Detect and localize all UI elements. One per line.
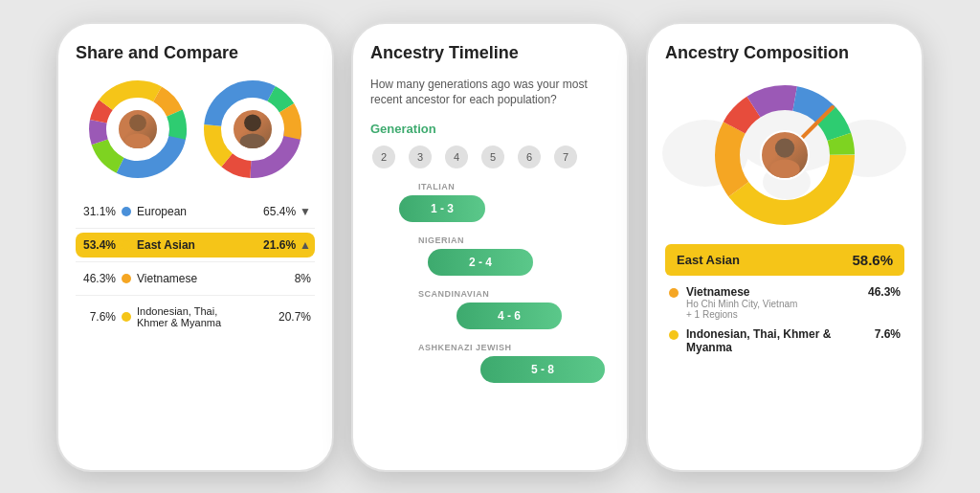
italian-label: ITALIAN [370, 182, 610, 191]
comp-pct2-vietnamese: 8% [277, 272, 311, 285]
svg-point-7 [129, 114, 146, 131]
phone3-title: Ancestry Composition [665, 43, 904, 63]
comp3-info-vietnamese: Vietnamese Ho Chi Minh City, Vietnam+ 1 … [686, 285, 868, 320]
gen-num-6[interactable]: 6 [518, 146, 541, 168]
east-asian-pct: 58.6% [852, 252, 893, 268]
comp-row-european: 31.1% European 65.4% ▼ [76, 199, 315, 224]
ashkenazi-bar-row: 5 - 8 [370, 356, 610, 383]
donut1 [85, 77, 190, 182]
comp-pct1-vietnamese: 46.3% [79, 272, 116, 285]
italian-bar: 1 - 3 [399, 195, 485, 222]
nigerian-bar-row: 2 - 4 [370, 249, 610, 276]
comp3-pct-indonesian: 7.6% [875, 327, 901, 341]
east-asian-bar: East Asian 58.6% [665, 244, 904, 276]
avatar1 [117, 108, 159, 150]
comp3-name-indonesian: Indonesian, Thai, Khmer &Myanma [686, 327, 875, 354]
generation-label: Generation [370, 122, 610, 136]
nigerian-label: NIGERIAN [370, 235, 610, 245]
avatar3 [760, 130, 810, 180]
scandinavian-bar: 4 - 6 [457, 303, 562, 329]
comp3-sub-vietnamese: Ho Chi Minh City, Vietnam+ 1 Regions [686, 299, 868, 320]
svg-point-8 [125, 133, 151, 150]
comp-label-vietnamese: Vietnamese [137, 272, 277, 285]
comp-pct1-indonesian: 7.6% [79, 310, 116, 324]
comp-dot-eastasian [122, 240, 131, 250]
comp3-name-vietnamese: Vietnamese [686, 285, 868, 299]
nigerian-bar: 2 - 4 [428, 249, 533, 276]
ashkenazi-bar: 5 - 8 [480, 356, 605, 383]
donut2 [200, 77, 305, 182]
timeline-item-ashkenazi: ASHKENAZI JEWISH 5 - 8 [370, 343, 610, 383]
avatar2 [232, 108, 274, 150]
scandinavian-bar-row: 4 - 6 [370, 303, 610, 329]
comp-pct1-eastasian: 53.4% [79, 238, 116, 252]
comp3-dot-indonesian [669, 330, 679, 340]
svg-point-15 [244, 114, 261, 131]
comparison-table: 31.1% European 65.4% ▼ 53.4% East Asian … [76, 199, 315, 334]
gen-num-7[interactable]: 7 [554, 146, 577, 168]
comp-dot-european [122, 207, 131, 216]
avatar1-svg [119, 108, 157, 150]
scandinavian-label: SCANDINAVIAN [370, 289, 610, 299]
divider1 [76, 228, 315, 229]
timeline-subtitle: How many generations ago was your most r… [370, 77, 610, 109]
italian-bar-row: 1 - 3 [370, 195, 610, 222]
chevron-eastasian: ▲ [300, 238, 311, 252]
timeline-item-italian: ITALIAN 1 - 3 [370, 182, 610, 222]
comp-dot-indonesian [122, 312, 131, 322]
phone-share-compare: Share and Compare [56, 22, 334, 472]
ashkenazi-label: ASHKENAZI JEWISH [370, 343, 610, 352]
timeline-item-scandinavian: SCANDINAVIAN 4 - 6 [370, 289, 610, 329]
comp-row-vietnamese: 46.3% Vietnamese 8% [76, 266, 315, 291]
gen-num-4[interactable]: 4 [445, 146, 468, 168]
phone-ancestry-composition: Ancestry Composition [646, 22, 924, 472]
phone1-title: Share and Compare [76, 43, 315, 63]
comp-pct2-european: 65.4% [261, 205, 296, 218]
avatar2-svg [234, 108, 272, 150]
comp3-row-vietnamese: Vietnamese Ho Chi Minh City, Vietnam+ 1 … [665, 285, 904, 320]
gen-num-3[interactable]: 3 [409, 146, 432, 168]
comp3-info-indonesian: Indonesian, Thai, Khmer &Myanma [686, 327, 875, 354]
comp3-pct-vietnamese: 46.3% [868, 285, 901, 299]
comp-label-indonesian: Indonesian, Thai,Khmer & Myanma [137, 305, 277, 328]
divider3 [76, 295, 315, 296]
comp-dot-vietnamese [122, 274, 131, 283]
phone-ancestry-timeline: Ancestry Timeline How many generations a… [351, 22, 629, 472]
donut-row [76, 77, 315, 182]
comp3-row-indonesian: Indonesian, Thai, Khmer &Myanma 7.6% [665, 327, 904, 354]
gen-num-5[interactable]: 5 [481, 146, 504, 168]
comp-pct2-indonesian: 20.7% [277, 310, 311, 324]
phone2-title: Ancestry Timeline [370, 43, 610, 63]
comp-label-eastasian: East Asian [137, 238, 261, 252]
comp3-dot-vietnamese [669, 288, 679, 298]
svg-point-30 [769, 160, 799, 179]
comp-row-eastasian: 53.4% East Asian 21.6% ▲ [76, 233, 315, 258]
screens-container: Share and Compare [0, 3, 980, 491]
svg-point-16 [240, 133, 266, 150]
avatar3-svg [762, 130, 808, 180]
timeline-item-nigerian: NIGERIAN 2 - 4 [370, 235, 610, 276]
gen-num-2[interactable]: 2 [372, 146, 395, 168]
comp-label-european: European [137, 205, 261, 218]
comp-pct1-european: 31.1% [79, 205, 116, 218]
divider2 [76, 261, 315, 262]
gen-numbers: 2 3 4 5 6 7 [370, 146, 610, 168]
svg-point-29 [775, 138, 794, 157]
donut3-wrapper [665, 77, 904, 235]
chevron-european: ▼ [300, 205, 311, 218]
east-asian-label: East Asian [677, 253, 740, 267]
comp-row-indonesian: 7.6% Indonesian, Thai,Khmer & Myanma 20.… [76, 300, 315, 334]
comp-pct2-eastasian: 21.6% [261, 238, 296, 252]
